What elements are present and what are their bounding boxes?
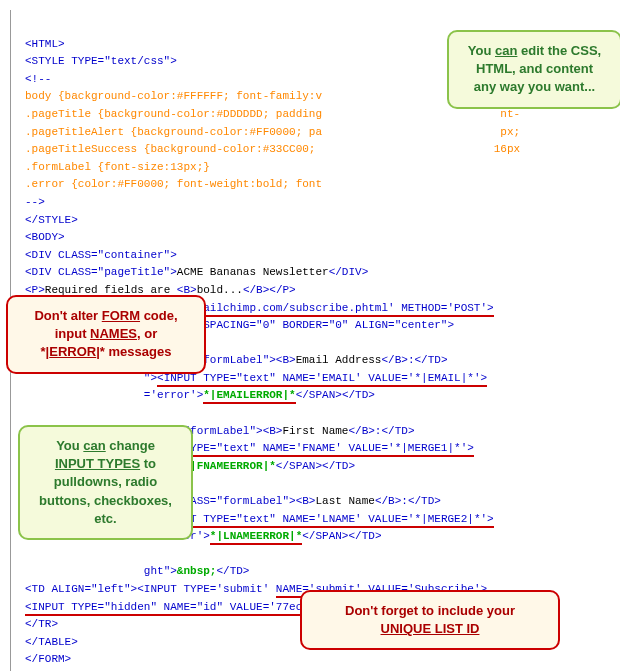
- code-line: <DIV CLASS="container">: [25, 249, 177, 261]
- code-line: .formLabel {font-size:13px;}: [25, 161, 210, 173]
- error-token: *|LNAMEERROR|*: [210, 530, 302, 545]
- callout-unique-list-id: Don't forget to include your UNIQUE LIST…: [300, 590, 560, 650]
- callout-can-edit: You can edit the CSS, HTML, and content …: [447, 30, 620, 109]
- code-line: <HTML>: [25, 38, 65, 50]
- code-line: </STYLE>: [25, 214, 78, 226]
- code-line: .pageTitle {background-color:#DDDDDD; pa…: [25, 108, 322, 120]
- code-line: <DIV CLASS="pageTitle">: [25, 266, 177, 278]
- code-line: <BODY>: [25, 231, 65, 243]
- code-line: </FORM>: [25, 653, 71, 665]
- code-line: .error {color:#FF0000; font-weight:bold;…: [25, 178, 322, 190]
- code-line: .pageTitleAlert {background-color:#FF000…: [25, 126, 322, 138]
- callout-input-types: You can change INPUT TYPES to pulldowns,…: [18, 425, 193, 540]
- code-line: <!--: [25, 73, 51, 85]
- code-line: </TABLE>: [25, 636, 78, 648]
- code-line: <TD ALIGN="left"><INPUT TYPE='submit': [25, 583, 276, 595]
- input-lname: <INPUT TYPE="text" NAME='LNAME' VALUE='*…: [157, 513, 494, 528]
- input-email: <INPUT TYPE="text" NAME='EMAIL' VALUE='*…: [157, 372, 487, 387]
- error-token: *|FNAMEERROR|*: [183, 460, 275, 472]
- code-line: <STYLE TYPE="text/css">: [25, 55, 177, 67]
- code-line: </TR>: [25, 618, 58, 630]
- code-line: -->: [25, 196, 45, 208]
- code-line: .pageTitleSuccess {background-color:#33C…: [25, 143, 322, 155]
- code-line: body {background-color:#FFFFFF; font-fam…: [25, 90, 322, 102]
- callout-dont-alter-form: Don't alter FORM code, input NAMES, or *…: [6, 295, 206, 374]
- error-token: *|EMAILERROR|*: [203, 389, 295, 404]
